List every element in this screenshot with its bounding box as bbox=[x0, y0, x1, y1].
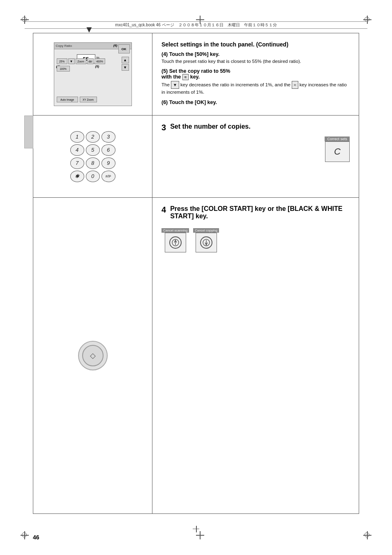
right-panel: Select settings in the touch panel. (Con… bbox=[152, 33, 359, 513]
key-6[interactable]: 6 bbox=[101, 144, 115, 156]
bottom-center-line bbox=[196, 526, 197, 532]
right-section-1: Select settings in the touch panel. (Con… bbox=[152, 33, 359, 116]
instruction-title: Select settings in the touch panel. (Con… bbox=[161, 41, 350, 48]
right-section-3: 4 Press the [COLOR START] key or the [BL… bbox=[152, 198, 359, 513]
step5-title: (5) Set the copy ratio to 55%with the ≈ … bbox=[161, 68, 350, 80]
step4-header: 4 Press the [COLOR START] key or the [BL… bbox=[161, 205, 350, 220]
correct-sets-label: Correct sets bbox=[325, 136, 350, 141]
left-section-1: Copy Ratio OK (6) 55 % 1 bbox=[33, 33, 152, 116]
key-hash-p[interactable]: #/P bbox=[101, 171, 115, 182]
cancel-copying-svg bbox=[202, 238, 210, 247]
tp-btn-row1: 25% ▼ Zoom dbl 400% bbox=[57, 58, 105, 64]
key-2[interactable]: 2 bbox=[86, 131, 100, 143]
tp-label-6: (6) bbox=[113, 44, 118, 47]
reg-mark-bottom-right bbox=[363, 531, 371, 539]
cancel-scanning-label: Cancel scanning bbox=[161, 228, 189, 233]
correct-sets-button[interactable]: C bbox=[325, 141, 350, 162]
step4-number: 4 bbox=[161, 205, 166, 215]
tp-dn-btn[interactable]: ▼ bbox=[122, 64, 129, 71]
step5-key-inline: ≈ bbox=[182, 74, 189, 80]
side-tab bbox=[24, 116, 33, 148]
tp-btn-400[interactable]: 400% bbox=[95, 58, 105, 64]
left-section-2-keypad: 1 2 3 4 5 6 7 8 9 ✱ 0 #/P bbox=[33, 116, 152, 198]
header-bar: mxc401_us_qck.book 46 ページ ２００８年１０月１６日 木曜… bbox=[25, 21, 367, 29]
cancel-scanning-icon bbox=[169, 236, 182, 249]
key-9[interactable]: 9 bbox=[101, 157, 115, 169]
key-4[interactable]: 4 bbox=[70, 144, 84, 156]
tp-auto-image-btn[interactable]: Auto Image bbox=[57, 97, 78, 102]
step3-header: 3 Set the number of copies. bbox=[161, 123, 350, 132]
tp-header-label: Copy Ratio bbox=[56, 44, 72, 48]
step4-title-main: Press the [COLOR START] key or the [BLAC… bbox=[170, 205, 350, 220]
header-text: mxc401_us_qck.book 46 ページ ２００８年１０月１６日 木曜… bbox=[25, 22, 367, 28]
page-number: 46 bbox=[33, 534, 39, 541]
tp-up-btn[interactable]: ▲ bbox=[122, 57, 129, 63]
bottom-center-h-line bbox=[193, 529, 199, 530]
step4-title: (4) Touch the [50%] key. bbox=[161, 51, 350, 57]
start-button-outer: ◇ bbox=[78, 341, 108, 370]
step5-key-up: ≈ bbox=[292, 81, 298, 89]
left-panel: Copy Ratio OK (6) 55 % 1 bbox=[33, 33, 152, 513]
step4-text: Touch the preset ratio key that is close… bbox=[161, 58, 350, 65]
tp-btn-down[interactable]: ▼ bbox=[68, 58, 75, 64]
cancel-copying-icon bbox=[200, 236, 212, 249]
tp-xy-zoom-btn[interactable]: XY Zoom bbox=[80, 97, 97, 102]
step6-title: (6) Touch the [OK] key. bbox=[161, 99, 350, 105]
cancel-copying-label: Cancel copying bbox=[193, 228, 219, 233]
left-section-3-start: ◇ bbox=[33, 198, 152, 513]
tp-btn-zoom[interactable]: Zoom bbox=[76, 58, 86, 64]
cancel-copying-button[interactable] bbox=[196, 233, 217, 252]
tp-label-5: (5) bbox=[95, 65, 99, 68]
crosshair-bottom-center bbox=[196, 531, 204, 539]
key-star[interactable]: ✱ bbox=[70, 171, 84, 182]
step5-key-dn: ▼ bbox=[171, 81, 179, 89]
cancel-scanning-svg bbox=[171, 238, 180, 247]
right-section-2: 3 Set the number of copies. Correct sets… bbox=[152, 116, 359, 198]
key-3[interactable]: 3 bbox=[101, 131, 115, 143]
step3-number: 3 bbox=[161, 123, 166, 132]
key-1[interactable]: 1 bbox=[70, 131, 84, 143]
cancel-buttons-row: Cancel scanning Cancel copying bbox=[161, 228, 350, 252]
correct-sets-container: Correct sets C bbox=[161, 136, 350, 162]
step5-text: The ▼ key decreases the ratio in increme… bbox=[161, 81, 350, 96]
tp-btn-25[interactable]: 25% bbox=[57, 58, 67, 64]
step3-title: Set the number of copies. bbox=[170, 123, 251, 130]
key-0[interactable]: 0 bbox=[86, 171, 100, 182]
tp-btn-row2: 100% bbox=[57, 66, 70, 72]
key-5[interactable]: 5 bbox=[86, 144, 100, 156]
tp-btn-100[interactable]: 100% bbox=[57, 66, 70, 72]
start-button[interactable]: ◇ bbox=[82, 345, 104, 366]
tp-arrows: ▲ ▼ bbox=[122, 57, 129, 71]
key-7[interactable]: 7 bbox=[70, 157, 84, 169]
touch-panel: Copy Ratio OK (6) 55 % 1 bbox=[54, 42, 132, 106]
tp-bottom-btns: Auto Image XY Zoom bbox=[57, 97, 97, 102]
cancel-copying-group: Cancel copying bbox=[193, 228, 219, 252]
cancel-scanning-button[interactable] bbox=[165, 233, 186, 252]
keypad: 1 2 3 4 5 6 7 8 9 ✱ 0 #/P bbox=[70, 131, 115, 182]
tp-ok-button[interactable]: OK bbox=[118, 44, 130, 53]
tp-btn-dbl[interactable]: dbl bbox=[87, 58, 94, 64]
key-8[interactable]: 8 bbox=[86, 157, 100, 169]
cancel-scanning-group: Cancel scanning bbox=[161, 228, 189, 252]
main-content: ▼ Copy Ratio OK (6) 55 bbox=[33, 33, 359, 514]
reg-mark-bottom-left bbox=[21, 531, 29, 539]
